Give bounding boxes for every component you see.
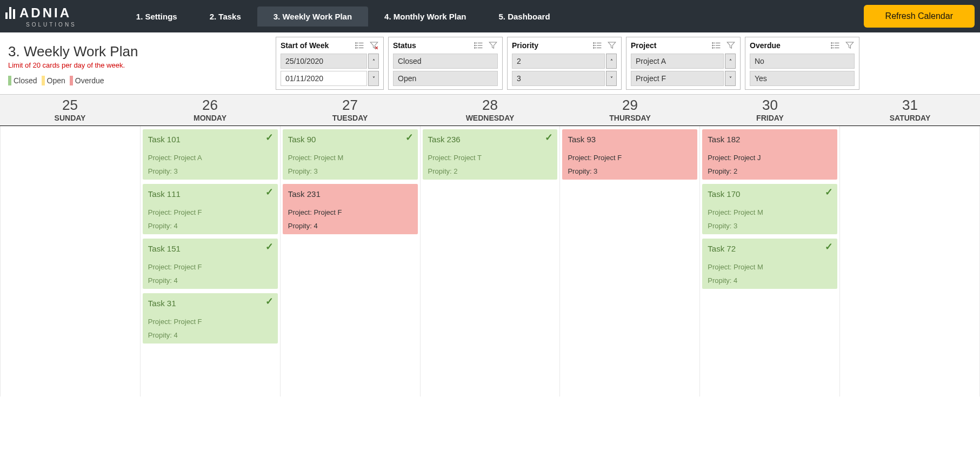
filter-icon[interactable] — [488, 41, 498, 50]
day-name: WEDNESDAY — [420, 114, 560, 122]
spinner-down-button[interactable]: ˅ — [606, 71, 617, 86]
task-card[interactable]: Task 93Project: Project FPropity: 3 — [562, 129, 697, 180]
day-num: 27 — [280, 97, 420, 114]
task-card-title: Task 231 — [288, 189, 412, 199]
task-card-project: Project: Project J — [708, 154, 832, 162]
task-card[interactable]: ✓Task 31Project: Project FPropity: 4 — [143, 293, 278, 344]
task-card-title: Task 90 — [288, 135, 412, 144]
spinner-up-button[interactable]: ˄ — [606, 54, 617, 69]
task-card-project: Project: Project F — [148, 318, 272, 326]
day-num: 31 — [840, 97, 980, 114]
task-card-project: Project: Project M — [708, 208, 832, 216]
nav-monthly-work-plan[interactable]: 4. Monthly Work Plan — [368, 6, 482, 27]
task-card-project: Project: Project T — [428, 154, 552, 162]
filter-status-value-1[interactable]: Closed — [393, 54, 498, 69]
task-card[interactable]: Task 231Project: Project FPropity: 4 — [283, 184, 418, 234]
nav-settings[interactable]: 1. Settings — [120, 6, 194, 27]
day-num: 30 — [700, 97, 840, 114]
filter-project-value-1[interactable]: Project A — [631, 54, 724, 69]
col-saturday — [840, 126, 980, 397]
filter-icon[interactable] — [607, 41, 617, 50]
task-card-title: Task 93 — [568, 135, 692, 144]
col-wednesday: ✓Task 236Project: Project TPropity: 2 — [421, 126, 561, 397]
task-card[interactable]: ✓Task 111Project: Project FPropity: 4 — [143, 184, 278, 234]
day-header-thursday: 29THURSDAY — [560, 95, 700, 126]
task-card-priority: Propity: 2 — [428, 167, 552, 175]
task-card-project: Project: Project F — [568, 154, 692, 162]
task-card[interactable]: ✓Task 236Project: Project TPropity: 2 — [423, 129, 558, 180]
task-card-priority: Propity: 3 — [148, 167, 272, 175]
task-card-title: Task 182 — [708, 135, 832, 144]
filter-status-value-2[interactable]: Open — [393, 71, 498, 86]
day-num: 26 — [140, 97, 280, 114]
filter-start-value-2[interactable]: 01/11/2020 — [281, 71, 367, 86]
multi-select-icon[interactable] — [593, 41, 603, 50]
legend-closed-label: Closed — [14, 76, 37, 85]
spinner-down-button[interactable]: ˅ — [368, 71, 379, 86]
legend-closed: Closed — [8, 76, 37, 85]
filter-start-value-1[interactable]: 25/10/2020 — [281, 54, 367, 69]
filter-priority-value-1[interactable]: 2 — [512, 54, 605, 69]
task-card-priority: Propity: 3 — [708, 222, 832, 230]
day-header-friday: 30FRIDAY — [700, 95, 840, 126]
task-card[interactable]: ✓Task 151Project: Project FPropity: 4 — [143, 239, 278, 289]
spinner-down-button[interactable]: ˅ — [725, 71, 736, 86]
task-card[interactable]: Task 182Project: Project JPropity: 2 — [702, 129, 837, 180]
nav-weekly-work-plan[interactable]: 3. Weekly Work Plan — [257, 6, 368, 27]
filter-priority-value-2[interactable]: 3 — [512, 71, 605, 86]
logo-bars-icon — [5, 7, 15, 19]
filter-overdue-value-1[interactable]: No — [750, 54, 855, 69]
multi-select-icon[interactable] — [474, 41, 484, 50]
filter-project-label: Project — [631, 41, 656, 50]
filter-icon[interactable] — [726, 41, 736, 50]
filter-start-of-week: Start of Week 25/10/2020 ˄ 01/11/2020 ˅ — [276, 37, 384, 90]
day-num: 28 — [420, 97, 560, 114]
task-card[interactable]: ✓Task 90Project: Project MPropity: 3 — [283, 129, 418, 180]
spinner-up-button[interactable]: ˄ — [725, 54, 736, 69]
legend-open-label: Open — [47, 76, 65, 85]
nav-tasks[interactable]: 2. Tasks — [194, 6, 257, 27]
multi-select-icon[interactable] — [355, 41, 365, 50]
task-card-title: Task 236 — [428, 135, 552, 144]
overdue-chip-icon — [70, 76, 73, 85]
task-card-title: Task 72 — [708, 244, 832, 253]
multi-select-icon[interactable] — [712, 41, 722, 50]
filter-status: Status Closed Open — [388, 37, 503, 90]
task-card-project: Project: Project A — [148, 154, 272, 162]
page-title: 3. Weekly Work Plan — [8, 43, 276, 60]
filter-icon[interactable] — [845, 41, 855, 50]
filter-project: Project Project A˄ Project F˅ — [626, 37, 741, 90]
day-header-saturday: 31SATURDAY — [840, 95, 980, 126]
check-icon: ✓ — [825, 241, 833, 253]
brand-name: ADNIA — [19, 5, 71, 21]
task-card-title: Task 151 — [148, 244, 272, 253]
day-name: TUESDAY — [280, 114, 420, 122]
day-name: THURSDAY — [560, 114, 700, 122]
filter-project-value-2[interactable]: Project F — [631, 71, 724, 86]
main-nav: 1. Settings 2. Tasks 3. Weekly Work Plan… — [120, 6, 566, 27]
task-card[interactable]: ✓Task 72Project: Project MPropity: 4 — [702, 239, 837, 289]
top-section: 3. Weekly Work Plan Limit of 20 cards pe… — [0, 32, 980, 94]
filter-status-label: Status — [393, 41, 416, 50]
check-icon: ✓ — [265, 241, 274, 253]
task-card-priority: Propity: 4 — [148, 222, 272, 230]
multi-select-icon[interactable] — [831, 41, 841, 50]
task-card[interactable]: ✓Task 170Project: Project MPropity: 3 — [702, 184, 837, 234]
check-icon: ✓ — [265, 186, 274, 198]
legend-overdue: Overdue — [70, 76, 104, 85]
clear-filter-icon[interactable] — [369, 41, 379, 50]
task-card[interactable]: ✓Task 101Project: Project APropity: 3 — [143, 129, 278, 180]
day-num: 25 — [0, 97, 140, 114]
refresh-calendar-button[interactable]: Refresh Calendar — [864, 5, 975, 28]
app-header: ADNIA SOLUTIONS 1. Settings 2. Tasks 3. … — [0, 0, 980, 32]
spinner-up-button[interactable]: ˄ — [368, 54, 379, 69]
title-area: 3. Weekly Work Plan Limit of 20 cards pe… — [0, 32, 276, 91]
day-name: SATURDAY — [840, 114, 980, 122]
day-num: 29 — [560, 97, 700, 114]
day-header-tuesday: 27TUESDAY — [280, 95, 420, 126]
task-card-priority: Propity: 4 — [288, 222, 412, 230]
filter-overdue-value-2[interactable]: Yes — [750, 71, 855, 86]
check-icon: ✓ — [265, 295, 274, 307]
nav-dashboard[interactable]: 5. Dashboard — [483, 6, 566, 27]
check-icon: ✓ — [545, 131, 553, 143]
